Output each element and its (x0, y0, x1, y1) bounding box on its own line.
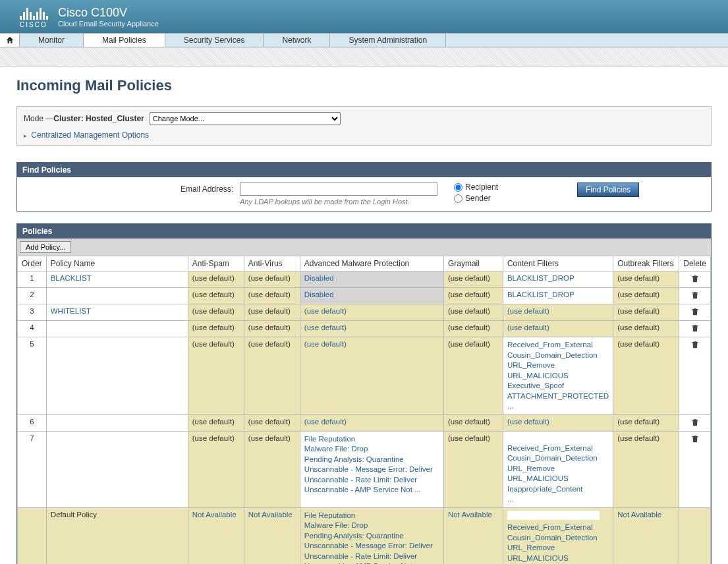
cf-cell[interactable]: BLACKLIST_DROP (503, 288, 613, 304)
gray-cell: (use default) (443, 271, 503, 288)
cf-cell[interactable]: (use default) (503, 321, 613, 337)
delete-icon[interactable] (690, 437, 700, 445)
av-cell: (use default) (244, 304, 300, 321)
amp-cell[interactable]: (use default) (300, 304, 443, 321)
policy-name-cell (46, 414, 188, 431)
delete-cell[interactable] (679, 431, 711, 507)
as-cell: (use default) (188, 288, 244, 304)
table-row: 7(use default)(use default)File Reputati… (18, 431, 711, 507)
of-cell: (use default) (613, 337, 679, 415)
gray-cell[interactable]: Not Available (443, 507, 503, 564)
amp-cell[interactable]: Disabled (300, 288, 443, 304)
tab-network[interactable]: Network (264, 34, 330, 47)
cf-cell[interactable]: Received_From_ExternalCousin_Domain_Dete… (503, 431, 613, 507)
as-cell: (use default) (188, 271, 244, 288)
of-cell[interactable]: Not Available (613, 507, 679, 564)
col-content-filters: Content Filters (503, 256, 613, 271)
delete-cell[interactable] (679, 304, 711, 321)
table-row: 4(use default)(use default)(use default)… (18, 321, 711, 337)
tab-security-services[interactable]: Security Services (165, 34, 264, 47)
add-policy-button[interactable]: Add Policy... (20, 241, 71, 253)
table-row: 5(use default)(use default)(use default)… (18, 337, 711, 415)
policy-name-cell (46, 288, 188, 304)
cf-cell[interactable]: (use default) (503, 304, 613, 321)
av-cell: (use default) (244, 431, 300, 507)
table-row: 2(use default)(use default)Disabled(use … (18, 288, 711, 304)
as-cell: (use default) (188, 304, 244, 321)
delete-cell[interactable] (679, 321, 711, 337)
order-cell: 1 (18, 271, 47, 288)
gray-cell: (use default) (443, 431, 503, 507)
policy-name-cell (46, 431, 188, 507)
sender-radio[interactable]: Sender (454, 194, 498, 203)
home-tab[interactable] (0, 34, 20, 47)
av-cell: (use default) (244, 414, 300, 431)
amp-cell[interactable]: (use default) (300, 414, 443, 431)
delete-cell[interactable] (679, 414, 711, 431)
find-policies-panel: Find Policies Email Address: Any LDAP lo… (16, 162, 712, 212)
amp-cell[interactable]: File ReputationMalware File: DropPending… (300, 507, 443, 564)
home-icon (5, 36, 14, 45)
order-cell: 2 (18, 288, 47, 304)
as-cell[interactable]: Not Available (188, 507, 244, 564)
breadcrumb-spacer (0, 47, 728, 67)
order-cell: 6 (18, 414, 47, 431)
policy-name-cell[interactable]: BLACKLIST (46, 271, 188, 288)
as-cell: (use default) (188, 414, 244, 431)
delete-cell[interactable] (679, 271, 711, 288)
amp-cell[interactable]: (use default) (300, 337, 443, 415)
amp-cell[interactable]: (use default) (300, 321, 443, 337)
delete-cell[interactable] (679, 288, 711, 304)
email-address-input[interactable] (240, 183, 437, 196)
table-row: 3WHITELIST(use default)(use default)(use… (18, 304, 711, 321)
centralized-mgmt-toggle[interactable]: Centralized Management Options (24, 130, 704, 140)
col-graymail: Graymail (443, 256, 503, 271)
table-row: Default PolicyNot AvailableNot Available… (18, 507, 711, 564)
av-cell: (use default) (244, 271, 300, 288)
main-tabs: MonitorMail PoliciesSecurity ServicesNet… (0, 33, 728, 47)
of-cell: (use default) (613, 288, 679, 304)
policy-name-cell[interactable]: WHITELIST (46, 304, 188, 321)
cf-cell[interactable]: BLACKLIST_DROP (503, 271, 613, 288)
delete-icon[interactable] (690, 326, 700, 334)
change-mode-select[interactable]: Change Mode... (150, 112, 341, 125)
delete-cell[interactable] (679, 337, 711, 415)
delete-icon[interactable] (690, 293, 700, 301)
tab-monitor[interactable]: Monitor (20, 34, 84, 47)
col-advanced-malware-protection: Advanced Malware Protection (300, 256, 443, 271)
col-order: Order (18, 256, 47, 271)
delete-icon[interactable] (690, 343, 700, 351)
policies-panel: Policies Add Policy... OrderPolicy NameA… (16, 223, 712, 564)
col-policy-name: Policy Name (46, 256, 188, 271)
gray-cell: (use default) (443, 288, 503, 304)
table-row: 6(use default)(use default)(use default)… (18, 414, 711, 431)
amp-cell[interactable]: File ReputationMalware File: DropPending… (300, 431, 443, 507)
av-cell: (use default) (244, 288, 300, 304)
of-cell: (use default) (613, 431, 679, 507)
order-cell (18, 507, 47, 564)
policies-panel-title: Policies (17, 224, 711, 239)
as-cell: (use default) (188, 321, 244, 337)
recipient-radio[interactable]: Recipient (454, 183, 498, 192)
brand-text: CISCO (20, 21, 48, 28)
policy-name-cell: Default Policy (46, 507, 188, 564)
tab-mail-policies[interactable]: Mail Policies (84, 34, 165, 47)
mode-label: Mode —Cluster: Hosted_Cluster (24, 114, 144, 123)
policy-name-cell (46, 337, 188, 415)
delete-icon[interactable] (690, 277, 700, 285)
cf-cell[interactable]: (use default) (503, 414, 613, 431)
cf-cell[interactable]: Received_From_ExternalCousin_Domain_Dete… (503, 507, 613, 564)
product-block: Cisco C100V Cloud Email Security Applian… (58, 6, 159, 28)
find-policies-button[interactable]: Find Policies (577, 183, 639, 197)
av-cell[interactable]: Not Available (244, 507, 300, 564)
amp-cell[interactable]: Disabled (300, 271, 443, 288)
delete-icon[interactable] (690, 420, 700, 428)
tab-system-administration[interactable]: System Administration (330, 34, 446, 47)
cf-cell[interactable]: Received_From_ExternalCousin_Domain_Dete… (503, 337, 613, 415)
product-subtitle: Cloud Email Security Appliance (58, 20, 159, 28)
delete-icon[interactable] (690, 310, 700, 318)
email-address-label: Email Address: (22, 183, 233, 194)
gray-cell: (use default) (443, 337, 503, 415)
ldap-hint: Any LDAP lookups will be made from the L… (240, 198, 437, 206)
gray-cell: (use default) (443, 304, 503, 321)
